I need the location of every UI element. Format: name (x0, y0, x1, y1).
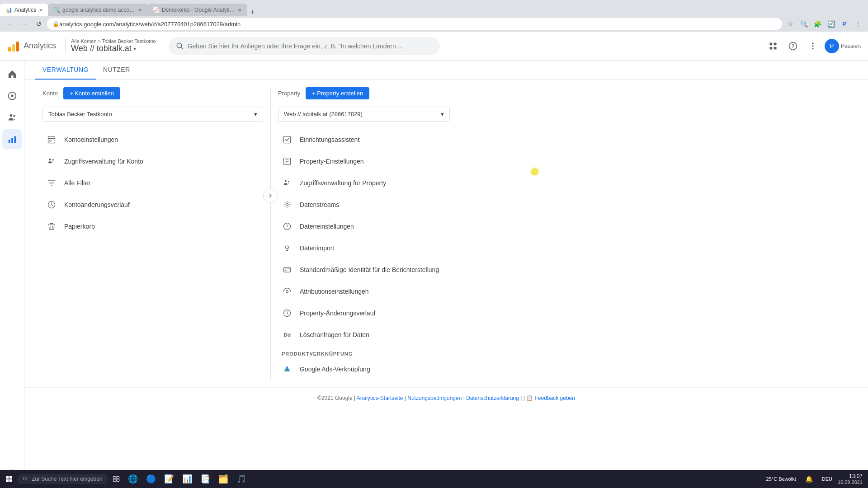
taskbar-edge-icon[interactable]: 🔵 (142, 472, 160, 486)
menu-attributionseinstellungen[interactable]: Attributionseinstellungen (278, 281, 625, 302)
property-einstellungen-icon (282, 156, 292, 167)
svg-rect-18 (8, 140, 10, 143)
kontoaenderungsverlauf-icon (46, 199, 57, 210)
menu-loeschanfragen[interactable]: Dd Löschanfragen für Daten (278, 324, 625, 346)
svg-point-11 (812, 42, 813, 44)
svg-point-51 (24, 477, 27, 480)
tab-favicon-demo: 🔍 (53, 7, 60, 13)
footer-link-nutzungsbedingungen[interactable]: Nutzungsbedingungen (407, 395, 462, 401)
menu-kontoaenderungsverlauf[interactable]: Kontoänderungsverlauf (42, 194, 263, 216)
einrichtungsassistent-icon (282, 134, 292, 145)
taskbar-notifications-icon[interactable]: 🔔 (802, 474, 816, 484)
footer-link-startseite[interactable]: Analytics-Startseite (357, 395, 403, 401)
taskbar-start-button[interactable] (2, 474, 16, 484)
search-input[interactable] (188, 42, 433, 50)
tab-close-demokonto[interactable]: ✕ (238, 8, 241, 13)
tab-close-analytics[interactable]: ✕ (39, 8, 42, 13)
avatar[interactable]: P (825, 39, 839, 53)
menu-zugriffsverwaltung-property[interactable]: Zugriffsverwaltung für Property (278, 172, 625, 194)
breadcrumb-top: Alle Konten > Tobias Becker Testkonto (71, 38, 156, 44)
nav-realtime-icon[interactable] (2, 86, 22, 106)
menu-datenstreams[interactable]: Datenstreams (278, 194, 625, 216)
konto-dropdown[interactable]: Tobias Becker Testkonto ▾ (42, 107, 263, 122)
einrichtungsassistent-label: Einrichtungsassistent (300, 136, 359, 143)
google-ads-icon (282, 364, 292, 375)
alle-filter-label: Alle Filter (64, 179, 90, 187)
svg-point-34 (286, 204, 288, 206)
tab-nutzer[interactable]: NUTZER (96, 61, 137, 80)
footer-link-feedback[interactable]: Feedback geben (535, 395, 575, 401)
taskbar-chrome-icon[interactable]: 🌐 (124, 472, 142, 486)
konto-create-button[interactable]: + Konto erstellen (63, 87, 120, 99)
taskbar-excel-icon[interactable]: 📊 (179, 472, 196, 486)
taskbar-word-icon[interactable]: 📝 (160, 472, 178, 486)
svg-line-52 (26, 480, 28, 481)
menu-alle-filter[interactable]: Alle Filter (42, 172, 263, 194)
new-tab-button[interactable]: + (247, 8, 258, 16)
help-icon[interactable]: ? (785, 38, 801, 54)
forward-button[interactable]: → (18, 18, 31, 30)
apps-icon[interactable] (765, 38, 781, 54)
footer-copyright: ©2021 Google (317, 395, 353, 401)
taskbar-right: 25°C Bewölkt 🔔 DEU 13:07 16.09.2021 (766, 473, 866, 485)
taskbar-app5-icon[interactable]: 🗂️ (215, 472, 232, 486)
menu-property-einstellungen[interactable]: Property-Einstellungen (278, 150, 625, 172)
taskbar-app6-icon[interactable]: 🎵 (233, 472, 250, 486)
papierkorb-icon (46, 221, 57, 232)
address-bar[interactable]: 🔒 analytics.google.com/analytics/web/#/a… (47, 18, 782, 30)
tab-analytics[interactable]: 📊 Analytics ✕ (0, 4, 48, 16)
tab-verwaltung[interactable]: VERWALTUNG (35, 61, 96, 80)
svg-rect-47 (6, 476, 9, 479)
more-vert-icon[interactable] (805, 38, 821, 54)
sync-icon[interactable]: 🔄 (825, 18, 837, 30)
nav-reports-icon[interactable] (2, 129, 22, 149)
zoom-icon[interactable]: 🔍 (797, 18, 810, 30)
app-bar: Analytics Alle Konten > Tobias Becker Te… (0, 32, 868, 61)
search-bar[interactable] (169, 37, 440, 55)
breadcrumb-main[interactable]: Web // tobitalk.at ▾ (71, 44, 156, 53)
profile-icon[interactable]: P (838, 18, 851, 30)
nav-audience-icon[interactable] (2, 108, 22, 127)
footer-link-datenschutz[interactable]: Datenschutzerklärung (466, 395, 519, 401)
bookmark-icon[interactable]: ☆ (784, 18, 797, 30)
konto-col-label: Konto (42, 90, 58, 97)
zugriffsverwaltung-konto-label: Zugriffsverwaltung für Konto (64, 158, 143, 165)
taskbar-search-button[interactable]: Zur Suche Text hier eingeben (17, 474, 108, 484)
extension-icon[interactable]: 🧩 (811, 18, 824, 30)
menu-standardmaessige-identitaet[interactable]: Standardmäßige Identität für die Bericht… (278, 259, 625, 281)
svg-text:?: ? (791, 43, 794, 49)
menu-kontoeinstellungen[interactable]: Kontoeinstellungen (42, 129, 263, 150)
tab-demokonto[interactable]: 📈 Demokonto - Google Analytics - ✕ (147, 4, 247, 16)
taskbar-ppt-icon[interactable]: 📑 (197, 472, 214, 486)
menu-datenimport[interactable]: Datenimport (278, 237, 625, 259)
breadcrumb-top-text: Alle Konten > Tobias Becker Testkonto (71, 38, 156, 44)
menu-einrichtungsassistent[interactable]: Einrichtungsassistent (278, 129, 625, 150)
tab-demo[interactable]: 🔍 google analytics demo account ✕ (48, 4, 147, 16)
svg-rect-48 (9, 476, 12, 479)
svg-rect-23 (50, 140, 51, 141)
nav-home-icon[interactable] (2, 64, 22, 84)
taskbar-language: DEU (822, 476, 832, 482)
footer: ©2021 Google | Analytics-Startseite | Nu… (24, 387, 868, 408)
menu-zugriffsverwaltung-konto[interactable]: Zugriffsverwaltung für Konto (42, 150, 263, 172)
svg-point-13 (812, 48, 813, 49)
svg-rect-39 (284, 267, 291, 272)
property-col-label: Property (278, 90, 300, 97)
menu-google-ads[interactable]: Google Ads-Verknüpfung (278, 358, 625, 380)
property-dropdown[interactable]: Web // tobitalk.at (286617029) ▾ (278, 107, 450, 122)
taskbar-task-view-button[interactable] (109, 474, 123, 484)
tab-close-demo[interactable]: ✕ (138, 8, 142, 13)
menu-dateneinstellungen[interactable]: Dateneinstellungen (278, 216, 625, 237)
menu-icon[interactable]: ⋮ (852, 18, 864, 30)
taskbar-weather: 25°C Bewölkt (766, 476, 796, 482)
menu-property-aenderungsverlauf[interactable]: Property-Änderungsverlauf (278, 302, 625, 324)
taskbar-date: 16.09.2021 (838, 479, 863, 485)
property-create-button[interactable]: + Property erstellen (306, 87, 369, 99)
svg-point-37 (287, 228, 288, 229)
reload-button[interactable]: ↺ (33, 18, 45, 30)
tab-favicon-analytics: 📊 (5, 7, 12, 13)
column-scroll-arrow[interactable] (263, 188, 278, 203)
svg-point-38 (286, 246, 289, 249)
back-button[interactable]: ← (4, 18, 16, 30)
menu-papierkorb[interactable]: Papierkorb (42, 216, 263, 237)
